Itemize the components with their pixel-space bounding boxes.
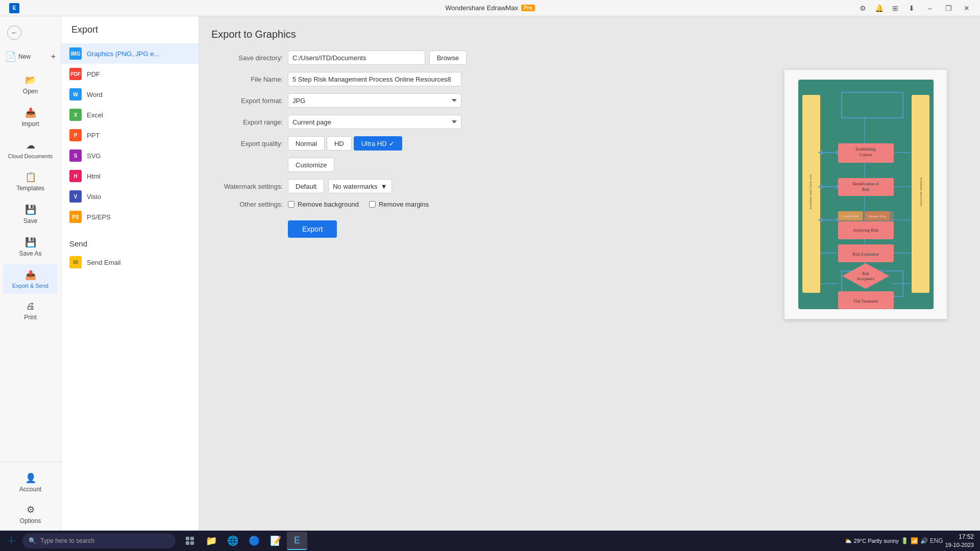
svg-text:Risk: Risk [862,271,869,276]
export-panel: Export IMG Graphics (PNG, JPG e... PDF P… [61,16,199,531]
titlebar-title: Wondershare EdrawMax Pro [445,4,535,12]
svg-rect-45 [186,537,189,540]
export-format-row: Export format: JPG PNG BMP TIFF GIF [211,93,569,108]
preview-container: Establishing Context Identification of R… [784,69,947,319]
sidebar-item-label: Templates [16,185,44,192]
quality-normal-button[interactable]: Normal [288,136,325,151]
other-settings-row: Other settings: Remove background Remove… [211,201,569,208]
file-name-input[interactable] [288,72,461,86]
format-item-svg[interactable]: S SVG [61,145,199,166]
taskbar-search[interactable]: 🔍 Type here to search [22,533,176,548]
export-format-select[interactable]: JPG PNG BMP TIFF GIF [288,93,461,108]
sidebar-item-new[interactable]: 📄 New + [3,46,58,67]
format-label: Visio [87,193,101,201]
format-item-ppt[interactable]: P PPT [61,125,199,145]
pro-badge: Pro [521,5,535,11]
titlebar: E Wondershare EdrawMax Pro ⚙ 🔔 ⊞ ⬇ – ❐ ✕ [0,0,980,16]
minimize-button[interactable]: – [923,1,937,15]
taskview-button[interactable] [180,532,200,550]
save-as-icon: 💾 [25,237,36,248]
sidebar-item-export[interactable]: 📤 Export & Send [3,264,58,294]
format-icon-excel: X [69,109,82,121]
remove-background-checkbox[interactable]: Remove background [288,201,359,208]
format-item-ps[interactable]: PS PS/EPS [61,207,199,227]
sidebar-item-label: Print [24,314,37,321]
save-directory-row: Save directory: Browse [211,51,569,65]
download-icon[interactable]: ⬇ [904,1,919,15]
file-name-row: File Name: [211,72,569,86]
sidebar-item-templates[interactable]: 📋 Templates [3,166,58,197]
language-indicator: ENG [930,537,943,544]
format-label: Graphics (PNG, JPG e... [87,50,159,58]
other-settings-control: Remove background Remove margins [288,201,467,208]
export-quality-row: Export quality: Normal HD Ultra HD ✓ [211,136,569,151]
send-email-item[interactable]: ✉ Send Email [61,252,199,272]
sidebar-item-save[interactable]: 💾 Save [3,199,58,230]
remove-background-input[interactable] [288,201,295,208]
watermark-label: Watermark settings: [211,183,283,190]
export-quality-control: Normal HD Ultra HD ✓ [288,136,467,151]
format-item-pdf[interactable]: PDF PDF [61,64,199,84]
sidebar-item-label: Cloud Documents [8,153,53,159]
sound-icon: 🔊 [920,537,928,544]
save-directory-label: Save directory: [211,54,283,62]
export-button[interactable]: Export [288,220,337,238]
svg-text:Acceptance: Acceptance [856,277,875,281]
send-section: Send ✉ Send Email [61,229,199,277]
checkmark-icon: ✓ [389,140,395,147]
remove-margins-label: Remove margins [379,201,429,208]
watermark-default-button[interactable]: Default [288,179,324,193]
sidebar-item-label: New [18,53,31,60]
sidebar-item-print[interactable]: 🖨 Print [3,296,58,326]
format-item-word[interactable]: W Word [61,84,199,105]
sidebar-item-save-as[interactable]: 💾 Save As [3,232,58,262]
format-item-html[interactable]: H Html [61,166,199,186]
file-name-control [288,72,467,86]
sidebar-item-cloud[interactable]: ☁ Cloud Documents [3,135,58,164]
sidebar-item-account[interactable]: 👤 Account [3,467,58,498]
remove-margins-checkbox[interactable]: Remove margins [369,201,429,208]
format-label: PDF [87,70,100,78]
format-icon-pdf: PDF [69,68,82,80]
start-button[interactable] [2,532,20,550]
format-item-excel[interactable]: X Excel [61,105,199,125]
chrome-app[interactable]: 🔵 [244,532,264,550]
sidebar-item-import[interactable]: 📥 Import [3,102,58,133]
back-button[interactable]: ← [3,21,58,44]
settings-icon[interactable]: ⚙ [855,1,870,15]
export-quality-label: Export quality: [211,140,283,147]
sidebar-item-options[interactable]: ⚙ Options [3,499,58,530]
import-icon: 📥 [25,107,36,118]
svg-text:Tisk Treatment: Tisk Treatment [853,299,878,304]
export-panel-title: Export [61,16,199,41]
save-directory-input[interactable] [288,51,425,65]
close-button[interactable]: ✕ [960,1,974,15]
customize-button[interactable]: Customize [288,158,334,172]
browse-button[interactable]: Browse [429,51,467,65]
watermark-controls: Default No watermarks ▼ [288,179,467,193]
ultra-hd-label: Ultra HD [361,140,387,147]
word-app[interactable]: 📝 [265,532,286,550]
grid-icon[interactable]: ⊞ [888,1,902,15]
sidebar-item-label: Open [23,88,38,95]
format-item-visio[interactable]: V Visio [61,186,199,207]
svg-text:Establishing: Establishing [855,147,876,152]
export-format-control: JPG PNG BMP TIFF GIF [288,93,467,108]
format-item-graphics[interactable]: IMG Graphics (PNG, JPG e... [61,43,199,64]
restore-button[interactable]: ❐ [941,1,955,15]
edge-app[interactable]: 🌐 [223,532,243,550]
main-container: ← 📄 New + 📂 Open 📥 Import ☁ Cloud Docume… [0,16,980,531]
bell-icon[interactable]: 🔔 [872,1,886,15]
battery-icon: 🔋 [901,537,909,544]
watermark-select[interactable]: No watermarks ▼ [328,179,391,193]
svg-text:Risk: Risk [862,187,869,192]
quality-hd-button[interactable]: HD [327,136,352,151]
quality-ultra-hd-button[interactable]: Ultra HD ✓ [354,136,402,151]
format-label: Word [87,91,103,98]
export-range-select[interactable]: Current page All pages Selected [288,115,461,129]
remove-margins-input[interactable] [369,201,376,208]
export-button-row: Export [211,215,569,238]
file-explorer-app[interactable]: 📁 [201,532,222,550]
sidebar-item-open[interactable]: 📂 Open [3,69,58,100]
edraw-app[interactable]: E [287,532,307,550]
